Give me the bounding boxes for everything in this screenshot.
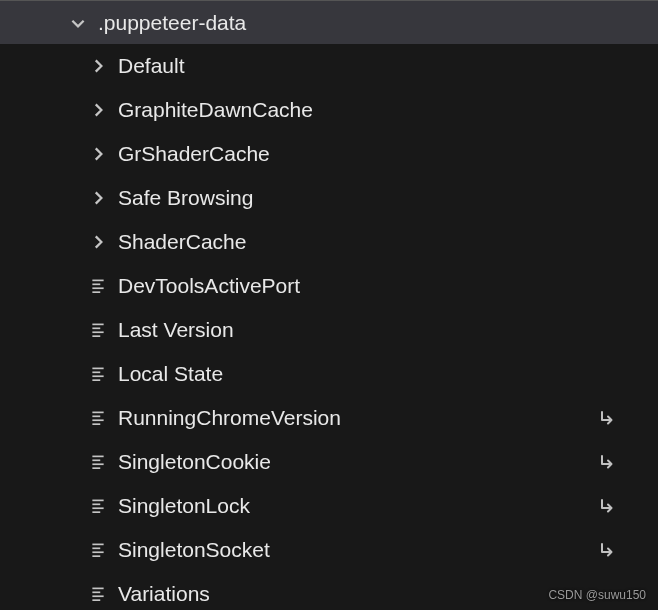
folder-label: .puppeteer-data [98,11,246,35]
symlink-arrow-icon [598,496,618,516]
watermark: CSDN @suwu150 [548,588,646,602]
file-item[interactable]: SingletonLock [10,484,648,528]
folder-label: GraphiteDawnCache [118,98,313,122]
file-lines-icon [86,321,110,339]
folder-item[interactable]: Safe Browsing [10,176,648,220]
file-label: RunningChromeVersion [118,406,341,430]
file-label: Last Version [118,318,234,342]
file-label: SingletonLock [118,494,250,518]
chevron-right-icon [86,101,110,119]
file-label: SingletonCookie [118,450,271,474]
file-lines-icon [86,497,110,515]
file-label: Variations [118,582,210,606]
chevron-right-icon [86,145,110,163]
file-lines-icon [86,409,110,427]
file-lines-icon [86,277,110,295]
file-lines-icon [86,365,110,383]
file-lines-icon [86,453,110,471]
folder-item[interactable]: ShaderCache [10,220,648,264]
symlink-arrow-icon [598,408,618,428]
folder-label: Default [118,54,185,78]
file-tree: .puppeteer-data Default GraphiteDawnCach… [10,0,648,610]
children-list: Default GraphiteDawnCache GrShaderCache … [10,44,648,610]
folder-item[interactable]: GrShaderCache [10,132,648,176]
symlink-arrow-icon [598,452,618,472]
chevron-right-icon [86,233,110,251]
folder-label: ShaderCache [118,230,246,254]
file-item[interactable]: SingletonSocket [10,528,648,572]
file-label: DevToolsActivePort [118,274,300,298]
chevron-right-icon [86,189,110,207]
symlink-arrow-icon [598,540,618,560]
folder-item[interactable]: GraphiteDawnCache [10,88,648,132]
file-item[interactable]: SingletonCookie [10,440,648,484]
file-item[interactable]: RunningChromeVersion [10,396,648,440]
chevron-down-icon [66,14,90,32]
file-lines-icon [86,585,110,603]
folder-root-puppeteer-data[interactable]: .puppeteer-data [0,0,658,44]
folder-item[interactable]: Default [10,44,648,88]
file-item[interactable]: DevToolsActivePort [10,264,648,308]
file-tree-container: .puppeteer-data Default GraphiteDawnCach… [0,0,658,610]
file-item[interactable]: Local State [10,352,648,396]
folder-label: GrShaderCache [118,142,270,166]
file-label: SingletonSocket [118,538,270,562]
folder-label: Safe Browsing [118,186,253,210]
file-lines-icon [86,541,110,559]
chevron-right-icon [86,57,110,75]
file-label: Local State [118,362,223,386]
file-item[interactable]: Last Version [10,308,648,352]
